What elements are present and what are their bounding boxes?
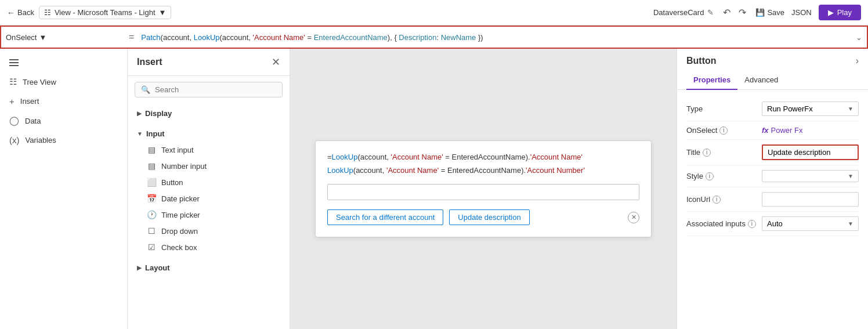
formula-bar: OnSelect ▼ = Patch(account, LookUp(accou… bbox=[0, 26, 868, 49]
layout-section-label: Layout bbox=[145, 263, 170, 272]
sidebar-data-label: Data bbox=[25, 117, 41, 125]
prop-value-title bbox=[762, 144, 859, 160]
insert-item-drop-down[interactable]: ☐ Drop down bbox=[128, 223, 290, 239]
back-button[interactable]: ← Back bbox=[7, 8, 34, 17]
prop-value-onselect: fx Power Fx bbox=[762, 126, 859, 135]
associated-select-chevron-icon: ▼ bbox=[848, 220, 853, 227]
right-panel-tabs: Properties Advanced bbox=[677, 71, 868, 90]
onselect-value: Power Fx bbox=[771, 126, 803, 135]
type-select[interactable]: Run PowerFx ▼ bbox=[762, 102, 859, 116]
onselect-info-icon[interactable]: i bbox=[719, 126, 728, 135]
button-label: Button bbox=[161, 178, 183, 187]
prop-associated-text: Associated inputs bbox=[686, 219, 746, 228]
prop-value-style: ▼ bbox=[762, 170, 859, 182]
display-section-label: Display bbox=[145, 109, 172, 118]
search-input[interactable] bbox=[155, 85, 276, 94]
type-select-value: Run PowerFx bbox=[767, 104, 813, 113]
view-selector[interactable]: ☷ View - Microsoft Teams - Light ▼ bbox=[39, 6, 172, 19]
top-bar-left: ← Back ☷ View - Microsoft Teams - Light … bbox=[7, 6, 171, 19]
style-select[interactable]: ▼ bbox=[762, 170, 859, 182]
drop-down-label: Drop down bbox=[161, 227, 198, 236]
tab-properties[interactable]: Properties bbox=[686, 71, 737, 90]
associated-info-icon[interactable]: i bbox=[748, 220, 756, 228]
input-section-header[interactable]: ▼ Input bbox=[128, 126, 290, 142]
sidebar-item-insert[interactable]: + Insert bbox=[0, 92, 127, 111]
right-panel-expand-icon[interactable]: › bbox=[856, 56, 859, 66]
data-icon: ◯ bbox=[9, 115, 19, 126]
right-panel: Button › Properties Advanced Type Run Po… bbox=[677, 49, 868, 329]
style-info-icon[interactable]: i bbox=[706, 172, 714, 180]
iconurl-info-icon[interactable]: i bbox=[713, 196, 721, 204]
insert-item-text-input[interactable]: ▤ Text input bbox=[128, 142, 290, 158]
dataverse-label: DataverseCard ✎ bbox=[653, 8, 714, 17]
tab-advanced[interactable]: Advanced bbox=[737, 71, 785, 90]
play-button[interactable]: ▶ Play bbox=[819, 5, 861, 20]
property-selector[interactable]: OnSelect ▼ bbox=[6, 33, 122, 42]
associated-select[interactable]: Auto ▼ bbox=[762, 216, 859, 231]
title-input[interactable] bbox=[762, 144, 859, 160]
left-sidebar: ☷ Tree View + Insert ◯ Data (x) Variable… bbox=[0, 49, 128, 329]
right-panel-title: Button bbox=[686, 56, 717, 66]
top-bar: ← Back ☷ View - Microsoft Teams - Light … bbox=[0, 0, 868, 26]
display-chevron-icon: ▶ bbox=[137, 110, 142, 117]
back-icon: ← bbox=[7, 8, 15, 17]
prop-label-associated-inputs: Associated inputs i bbox=[686, 219, 762, 228]
title-info-icon[interactable]: i bbox=[703, 149, 711, 157]
time-picker-icon: 🕐 bbox=[146, 210, 157, 219]
hamburger-menu[interactable] bbox=[0, 53, 127, 72]
main-layout: ☷ Tree View + Insert ◯ Data (x) Variable… bbox=[0, 49, 868, 329]
onselect-fx[interactable]: fx Power Fx bbox=[762, 126, 859, 135]
insert-panel-title: Insert bbox=[137, 57, 162, 67]
insert-search-box[interactable]: 🔍 bbox=[135, 82, 283, 97]
insert-panel-close-button[interactable]: ✕ bbox=[272, 56, 280, 68]
undo-button[interactable]: ↶ bbox=[721, 6, 733, 19]
prop-label-onselect: OnSelect i bbox=[686, 126, 762, 135]
json-button[interactable]: JSON bbox=[791, 8, 812, 17]
sidebar-tree-view-label: Tree View bbox=[23, 78, 56, 86]
insert-item-time-picker[interactable]: 🕐 Time picker bbox=[128, 207, 290, 223]
json-label: JSON bbox=[791, 8, 812, 17]
date-picker-icon: 📅 bbox=[146, 194, 157, 203]
layout-section-header[interactable]: ▶ Layout bbox=[128, 260, 290, 276]
prop-label-style: Style i bbox=[686, 172, 762, 180]
save-button[interactable]: 💾 Save bbox=[755, 8, 784, 17]
formula-input[interactable]: Patch(account, LookUp(account, 'Account … bbox=[141, 33, 849, 42]
save-label: Save bbox=[767, 8, 784, 17]
sidebar-item-data[interactable]: ◯ Data bbox=[0, 111, 127, 131]
prop-iconurl-text: IconUrl bbox=[686, 195, 710, 204]
edit-icon[interactable]: ✎ bbox=[707, 8, 714, 17]
card-text-input[interactable] bbox=[327, 184, 639, 200]
display-section-header[interactable]: ▶ Display bbox=[128, 106, 290, 121]
prop-row-type: Type Run PowerFx ▼ bbox=[686, 97, 859, 121]
view-label-text: View - Microsoft Teams - Light bbox=[55, 8, 155, 17]
insert-item-button[interactable]: ⬜ Button bbox=[128, 174, 290, 190]
close-circle-button[interactable]: ✕ bbox=[628, 212, 639, 223]
type-select-chevron-icon: ▼ bbox=[848, 106, 853, 112]
prop-type-text: Type bbox=[686, 104, 703, 113]
update-description-button[interactable]: Update description bbox=[449, 209, 529, 225]
insert-item-date-picker[interactable]: 📅 Date picker bbox=[128, 190, 290, 207]
button-icon: ⬜ bbox=[146, 178, 157, 187]
search-different-account-button[interactable]: Search for a different account bbox=[327, 209, 443, 225]
formula-expand-icon[interactable]: ⌄ bbox=[856, 33, 862, 42]
redo-button[interactable]: ↷ bbox=[736, 6, 748, 19]
date-picker-label: Date picker bbox=[161, 194, 200, 203]
play-label: Play bbox=[837, 8, 852, 17]
card-line2: LookUp(account, 'Account Name' = Entered… bbox=[327, 166, 639, 175]
input-section: ▼ Input ▤ Text input ▤ Number input ⬜ Bu… bbox=[128, 124, 290, 258]
insert-item-check-box[interactable]: ☑ Check box bbox=[128, 239, 290, 255]
prop-value-associated: Auto ▼ bbox=[762, 216, 859, 231]
sidebar-item-tree-view[interactable]: ☷ Tree View bbox=[0, 72, 127, 92]
formula-equals: = bbox=[126, 32, 136, 42]
insert-item-number-input[interactable]: ▤ Number input bbox=[128, 158, 290, 174]
dataverse-text: DataverseCard bbox=[653, 8, 704, 17]
layout-section: ▶ Layout bbox=[128, 258, 290, 278]
prop-row-onselect: OnSelect i fx Power Fx bbox=[686, 121, 859, 140]
iconurl-input[interactable] bbox=[762, 192, 859, 207]
sidebar-item-variables[interactable]: (x) Variables bbox=[0, 131, 127, 150]
sidebar-insert-label: Insert bbox=[20, 97, 39, 106]
prop-value-iconurl bbox=[762, 192, 859, 207]
canvas-area: =LookUp(account, 'Account Name' = Entere… bbox=[290, 49, 677, 329]
prop-row-associated-inputs: Associated inputs i Auto ▼ bbox=[686, 212, 859, 236]
associated-select-value: Auto bbox=[767, 219, 783, 228]
